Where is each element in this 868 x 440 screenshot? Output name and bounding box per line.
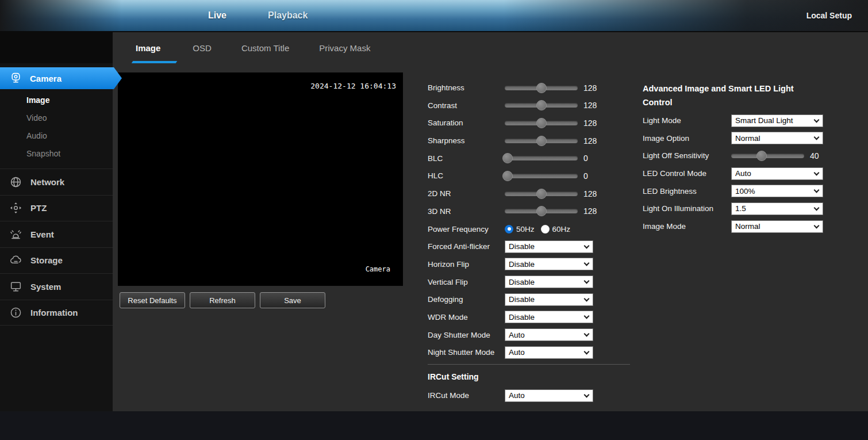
sidebar-item-event[interactable]: Event (0, 221, 113, 247)
defogging-select[interactable]: Disable (505, 293, 593, 306)
forced-anti-flicker-select[interactable]: Disable (505, 240, 593, 253)
slider-thumb[interactable] (536, 206, 547, 216)
contrast-label: Contrast (428, 101, 505, 110)
tab-playback[interactable]: Playback (268, 10, 308, 21)
day-shutter-mode-select[interactable]: Auto (505, 328, 593, 341)
slider-track[interactable] (505, 209, 578, 213)
slider-track[interactable] (731, 154, 804, 158)
wdr-mode-row: WDR ModeDisable (428, 311, 681, 323)
vertical-flip-select[interactable]: Disable (505, 276, 593, 288)
brightness-slider[interactable] (505, 82, 578, 94)
ircut-mode-row: IRCut ModeAuto (428, 389, 681, 401)
subtab-osd[interactable]: OSD (178, 32, 226, 63)
brightness-value: 128 (583, 83, 601, 93)
local-setup-link[interactable]: Local Setup (806, 0, 852, 31)
light-off-sensitivity-slider[interactable] (731, 150, 804, 162)
light-mode-row: Light ModeSmart Dual Light (643, 114, 868, 127)
slider-thumb[interactable] (536, 136, 547, 146)
sidebar-item-storage[interactable]: Storage (0, 247, 113, 274)
slider-track[interactable] (505, 192, 578, 196)
slider-thumb[interactable] (536, 100, 547, 110)
led-brightness-select-wrap: 100% (731, 185, 823, 197)
wdr-mode-select[interactable]: Disable (505, 311, 593, 323)
slider-thumb[interactable] (536, 118, 547, 128)
power-frequency-label: Power Frequency (428, 225, 505, 234)
sidebar-subitem-snapshot[interactable]: Snapshot (26, 145, 113, 163)
vertical-flip-label: Vertical Flip (428, 278, 505, 286)
night-shutter-mode-select-wrap: Auto (505, 346, 593, 359)
3d-nr-slider[interactable] (505, 205, 578, 217)
storage-icon (9, 254, 22, 267)
hlc-slider[interactable] (505, 170, 578, 182)
slider-track[interactable] (505, 156, 578, 160)
event-icon (9, 227, 22, 241)
image-option-select[interactable]: Normal (731, 132, 823, 144)
tab-live[interactable]: Live (208, 10, 226, 21)
sidebar-item-label: Information (30, 308, 78, 317)
light-mode-select[interactable]: Smart Dual Light (731, 114, 823, 127)
forced-anti-flicker-label: Forced Anti-flicker (428, 242, 505, 251)
radio-circle-icon[interactable] (505, 225, 513, 234)
power-frequency-radio-group: 50Hz60Hz (505, 225, 577, 234)
slider-track[interactable] (505, 174, 578, 178)
saturation-slider[interactable] (505, 117, 578, 129)
image-mode-select-wrap: Normal (731, 220, 823, 233)
sidebar-item-system[interactable]: System (0, 273, 113, 300)
2d-nr-slider[interactable] (505, 188, 578, 200)
blc-label: BLC (428, 154, 505, 163)
image-mode-label: Image Mode (643, 222, 731, 231)
light-on-illumination-select[interactable]: 1.5 (731, 202, 823, 215)
save-button[interactable]: Save (260, 292, 325, 308)
slider-thumb[interactable] (502, 171, 513, 181)
camera-web-ui: Live Playback Local Setup Camera Image V… (0, 0, 868, 440)
video-preview[interactable]: 2024-12-12 16:04:13 Camera (118, 72, 403, 286)
slider-thumb[interactable] (756, 151, 767, 161)
light-on-illumination-select-wrap: 1.5 (731, 202, 823, 215)
subtab-privacy-mask[interactable]: Privacy Mask (304, 32, 385, 63)
slider-track[interactable] (505, 139, 578, 143)
ircut-mode-select-wrap: Auto (505, 389, 593, 402)
led-control-mode-row: LED Control ModeAuto (643, 167, 868, 179)
slider-track[interactable] (505, 103, 578, 108)
horizon-flip-select[interactable]: Disable (505, 258, 593, 270)
defogging-select-wrap: Disable (505, 293, 593, 306)
50hz-radio[interactable]: 50Hz (505, 225, 535, 234)
contrast-slider[interactable] (505, 100, 578, 112)
led-brightness-row: LED Brightness100% (643, 185, 868, 197)
60hz-radio[interactable]: 60Hz (541, 225, 571, 234)
slider-thumb[interactable] (536, 83, 547, 93)
sidebar-subitem-audio[interactable]: Audio (26, 127, 113, 145)
subtab-custom-title[interactable]: Custom Title (226, 32, 304, 63)
ircut-mode-select[interactable]: Auto (505, 389, 593, 402)
sharpness-slider[interactable] (505, 135, 578, 147)
slider-thumb[interactable] (502, 153, 513, 163)
blc-slider[interactable] (505, 152, 578, 164)
radio-circle-icon[interactable] (541, 225, 550, 234)
horizon-flip-row: Horizon FlipDisable (428, 258, 681, 270)
image-option-label: Image Option (643, 134, 731, 143)
image-mode-select[interactable]: Normal (731, 220, 823, 233)
sidebar-item-camera[interactable]: Camera (0, 67, 122, 89)
led-control-mode-select[interactable]: Auto (731, 167, 823, 180)
refresh-button[interactable]: Refresh (190, 292, 255, 308)
sidebar-item-ptz[interactable]: PTZ (0, 195, 113, 221)
led-control-mode-label: LED Control Mode (643, 169, 731, 178)
night-shutter-mode-select[interactable]: Auto (505, 346, 593, 359)
slider-thumb[interactable] (536, 189, 547, 199)
reset-defaults-button[interactable]: Reset Defaults (120, 292, 185, 308)
slider-track[interactable] (505, 121, 578, 125)
led-brightness-select[interactable]: 100% (731, 185, 823, 197)
sidebar-subitem-video[interactable]: Video (26, 109, 113, 127)
led-brightness-label: LED Brightness (643, 187, 731, 196)
sidebar-subitem-image[interactable]: Image (26, 91, 113, 109)
subtab-image[interactable]: Image (136, 32, 178, 63)
video-timestamp: 2024-12-12 16:04:13 (310, 82, 396, 90)
action-buttons: Reset Defaults Refresh Save (120, 292, 325, 308)
sidebar-item-network[interactable]: Network (0, 169, 113, 195)
advanced-settings-column: Advanced Image and Smart LED Light Contr… (643, 82, 868, 238)
image-option-select-wrap: Normal (731, 132, 823, 144)
slider-track[interactable] (505, 86, 578, 90)
bottom-strip (0, 411, 868, 440)
sidebar-item-information[interactable]: Information (0, 300, 113, 326)
led-control-mode-select-wrap: Auto (731, 167, 823, 180)
